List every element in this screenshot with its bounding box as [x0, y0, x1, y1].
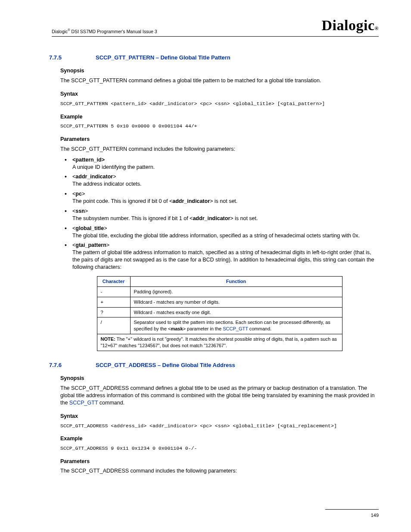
page-number: 149: [371, 513, 379, 518]
list-item: <global_title> The global title, excludi…: [65, 225, 379, 240]
table-header-function: Function: [130, 276, 342, 286]
section-number: 7.7.5: [49, 54, 72, 62]
section-heading-775: 7.7.5 SCCP_GTT_PATTERN – Define Global T…: [49, 54, 379, 62]
synopsis-heading: Synopsis: [60, 375, 379, 382]
list-item: <gtai_pattern> The pattern of global tit…: [65, 242, 379, 271]
table-note-row: NOTE: The "+" wildcard is not "greedy". …: [97, 334, 342, 351]
example-heading: Example: [60, 113, 379, 121]
example-code: SCCP_GTT_PATTERN 5 0x10 0x0000 0 0x00110…: [60, 123, 379, 130]
synopsis-text: The SCCP_GTT_PATTERN command defines a g…: [60, 77, 379, 84]
example-heading: Example: [60, 435, 379, 442]
section-title: SCCP_GTT_PATTERN – Define Global Title P…: [96, 54, 230, 62]
list-item: <ssn> The subsystem number. This is igno…: [65, 208, 379, 222]
parameters-heading: Parameters: [60, 136, 379, 143]
parameters-list: <pattern_id> A unique ID identifying the…: [65, 156, 379, 271]
header-doc-title: Dialogic® DSI SS7MD Programmer's Manual …: [52, 28, 157, 35]
syntax-code: SCCP_GTT_ADDRESS <address_id> <addr_indi…: [60, 423, 379, 429]
table-row: / Separator used to split the pattern in…: [97, 317, 342, 334]
parameters-intro: The SCCP_GTT_ADDRESS command includes th…: [60, 467, 379, 475]
section-number: 7.7.6: [49, 361, 72, 369]
parameters-intro: The SCCP_GTT_PATTERN command includes th…: [60, 146, 379, 153]
syntax-heading: Syntax: [60, 413, 379, 420]
syntax-code: SCCP_GTT_PATTERN <pattern_id> <addr_indi…: [60, 100, 379, 107]
table-row: -Padding (ignored).: [97, 286, 342, 297]
example-code: SCCP_GTT_ADDRESS 9 0x11 0x1234 0 0x00110…: [60, 445, 379, 452]
parameters-heading: Parameters: [60, 458, 379, 465]
table-row: ?Wildcard - matches exactly one digit.: [97, 307, 342, 317]
list-item: <pattern_id> A unique ID identifying the…: [65, 156, 379, 171]
list-item: <pc> The point code. This is ignored if …: [65, 190, 379, 205]
section-heading-776: 7.7.6 SCCP_GTT_ADDRESS – Define Global T…: [49, 361, 379, 369]
table-row: +Wildcard - matches any number of digits…: [97, 297, 342, 307]
brand-logo: Dialogic®: [322, 16, 379, 35]
sccp-gtt-link[interactable]: SCCP_GTT: [223, 326, 248, 331]
list-item: <addr_indicator> The address indicator o…: [65, 173, 379, 188]
page-footer: 149: [325, 509, 379, 519]
synopsis-text: The SCCP_GTT_ADDRESS command defines a g…: [60, 385, 379, 407]
section-title: SCCP_GTT_ADDRESS – Define Global Title A…: [96, 361, 235, 369]
page-header: Dialogic® DSI SS7MD Programmer's Manual …: [52, 16, 379, 37]
synopsis-heading: Synopsis: [60, 67, 379, 75]
syntax-heading: Syntax: [60, 90, 379, 98]
sccp-gtt-link[interactable]: SCCP_GTT: [69, 400, 98, 406]
table-header-character: Character: [97, 276, 130, 286]
character-table: Character Function -Padding (ignored). +…: [97, 276, 342, 351]
